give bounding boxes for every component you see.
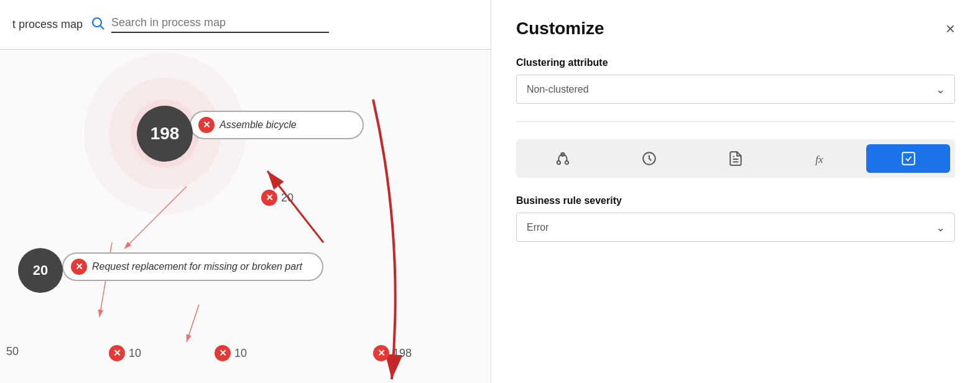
clustering-dropdown-wrap: Non-clustered By resource By activity ⌄ [516,75,955,104]
float-20-top: ✕ 20 [261,190,294,206]
icon-toolbar: fx [516,139,955,178]
svg-point-0 [93,18,101,27]
fx-icon: fx [814,150,830,167]
error-badge-assemble: ✕ [198,117,215,133]
branch-icon [555,150,571,167]
error-badge-10b: ✕ [215,345,231,361]
toolbar-clock-button[interactable] [608,144,691,173]
business-rule-select[interactable]: Error Warning Info [516,213,955,242]
customize-panel: Customize × Clustering attribute Non-clu… [491,0,980,383]
error-badge-request: ✕ [71,259,87,275]
file-icon [728,150,744,167]
panel-title: Customize [516,19,604,39]
pill-request-text: Request replacement for missing or broke… [92,261,302,272]
toolbar-file-button[interactable] [694,144,778,173]
svg-point-5 [565,161,568,164]
clustering-label: Clustering attribute [516,57,955,68]
svg-text:fx: fx [815,154,823,165]
search-input[interactable] [111,16,329,33]
svg-rect-12 [902,152,915,165]
toolbar-branch-button[interactable] [521,144,605,173]
svg-line-1 [101,25,104,29]
error-badge-20-top: ✕ [261,190,277,206]
search-bar: t process map [0,0,491,50]
close-button[interactable]: × [946,21,955,37]
pill-request[interactable]: ✕ Request replacement for missing or bro… [62,252,323,281]
divider [516,121,955,122]
pill-assemble-text: Assemble bicycle [220,119,297,131]
float-50: 50 [6,345,19,358]
clustering-select[interactable]: Non-clustered By resource By activity [516,75,955,104]
arrows-svg [0,50,491,383]
process-map-panel: t process map [0,0,491,383]
toolbar-fx-button[interactable]: fx [780,144,864,173]
node-20[interactable]: 20 [18,248,63,293]
float-198b: ✕ 198 [373,345,412,361]
error-badge-10a: ✕ [109,345,125,361]
clustering-section: Clustering attribute Non-clustered By re… [516,57,955,104]
pill-assemble[interactable]: ✕ Assemble bicycle [190,111,364,139]
float-10a: ✕ 10 [109,345,141,361]
map-canvas: 198 ✕ Assemble bicycle ✕ 20 20 ✕ Request… [0,50,491,383]
error-badge-198b: ✕ [373,345,389,361]
float-10b: ✕ 10 [215,345,247,361]
node-198[interactable]: 198 [137,106,193,162]
rule-icon [900,150,917,167]
toolbar-rule-button[interactable] [866,144,950,173]
business-rule-dropdown-wrap: Error Warning Info ⌄ [516,213,955,242]
business-rule-section: Business rule severity Error Warning Inf… [516,195,955,242]
search-icon [90,16,105,34]
business-rule-label: Business rule severity [516,195,955,206]
panel-header: Customize × [516,19,955,39]
clock-icon [641,150,657,167]
svg-point-4 [557,161,560,164]
search-partial-text: t process map [12,18,83,31]
